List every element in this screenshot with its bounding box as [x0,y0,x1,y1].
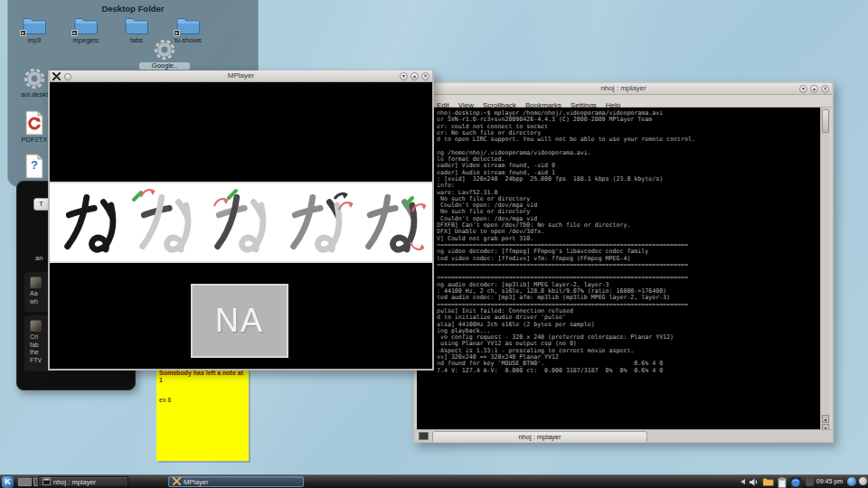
desktop-folder-title: Desktop Folder [8,4,258,14]
folder-icon [124,16,149,36]
stroke-arrow-icon [336,197,354,211]
note-body: ex 8 [159,397,246,403]
panel-cashew-icon[interactable] [859,477,867,485]
desktop-icon-mp3[interactable]: ▸ mp3 [9,16,60,44]
note-title: Somebody has left a note at 1 [159,370,246,384]
terminal-title: nhoj : mplayer [415,84,832,92]
na-overlay-box: NA [191,284,288,358]
terminal-window: nhoj : mplayer ▾ ▴ ✕ EditViewScrollbackB… [413,81,834,443]
hiragana-na-glyph [131,186,200,258]
terminal-line: 7.4 V: 127.4 A-V: 0.000 ct: 0.000 3187/3… [437,368,695,374]
new-tab-button[interactable] [419,432,429,440]
terminal-screen[interactable]: nhoj-desktop:~$ mplayer /home/nhoj/.vide… [417,108,822,433]
minimize-button[interactable]: ▾ [799,85,807,93]
minimize-button[interactable]: ▾ [400,72,408,80]
video-area[interactable] [50,182,432,263]
stroke-arrow-icon [408,240,426,255]
link-emblem-icon: ▸ [174,30,180,36]
stroke-arrow-icon [138,184,156,199]
stroke-arrow-icon [212,193,230,208]
mplayer-window: MPlayer ▾ ▴ ✕ [48,70,434,371]
volume-icon[interactable] [749,477,759,487]
task-button-mplayer[interactable]: MPlayer [168,476,304,487]
maximize-button[interactable]: ▴ [410,72,419,80]
close-button[interactable]: ✕ [821,85,829,93]
clipboard-icon[interactable] [778,477,787,488]
dark-app-header-fragment: an [35,254,42,262]
hiragana-na-glyph [206,186,275,258]
tray-collapse-icon[interactable] [741,479,745,484]
link-emblem-icon: ▸ [20,30,26,36]
avatar [30,320,42,332]
hiragana-na-glyph [357,186,426,258]
hiragana-na-glyph [56,186,125,258]
stroke-arrow-icon [410,199,428,213]
network-globe-icon[interactable] [790,477,801,488]
question-mark-icon: ? [24,158,45,172]
terminal-titlebar[interactable]: nhoj : mplayer ▾ ▴ ✕ [415,83,832,95]
terminal-icon [42,477,51,485]
terminal-output: nhoj-desktop:~$ mplayer /home/nhoj/.vide… [437,110,695,374]
folder-tray-icon[interactable] [762,477,774,487]
scrollbar-thumb[interactable] [822,109,829,133]
terminal-menubar: EditViewScrollbackBookmarksSettingsHelp [415,95,832,108]
desktop-icon-mpegetc[interactable]: ▸ mpegetc [61,16,111,44]
desktop: Desktop Folder ▸ mp3 ▸ mpegetc tabs ▸ tv… [0,0,868,488]
tray-status-icon[interactable] [847,477,856,486]
mplayer-x-icon [173,477,181,485]
desktop-icon-google[interactable]: Google.. [139,38,190,70]
gear-icon [153,38,176,61]
hiragana-na-glyph [282,186,351,258]
terminal-line: ========================================… [437,262,695,268]
na-label: NA [215,302,264,340]
clock: 09:45 pm [816,478,843,484]
terminal-tab[interactable]: nhoj : mplayer [432,431,647,442]
gear-icon [23,67,46,90]
refresh-arrow-icon [26,116,42,132]
taskbar: K nhoj : mplayer MPlayer [0,474,868,488]
terminal-line: : [xvid] 320x240 24bpp 25.000 fps 188.1 … [437,176,695,183]
mplayer-titlebar[interactable]: MPlayer ▾ ▴ ✕ [50,70,432,82]
pager-desktop-1[interactable] [18,478,32,486]
close-button[interactable]: ✕ [421,72,429,80]
task-button-terminal[interactable]: nhoj : mplayer [38,476,128,487]
mplayer-title: MPlayer [50,71,432,80]
terminal-line: d to open LIRC support. You will not be … [437,136,695,143]
maximize-button[interactable]: ▴ [810,85,818,93]
terminal-tabbar: nhoj : mplayer [415,429,832,441]
avatar [30,277,42,288]
link-emblem-icon: ▸ [71,30,78,36]
scroll-up-button[interactable]: ▲ [822,415,829,423]
inactive-tray-icon[interactable] [806,478,814,486]
sticky-note[interactable]: Somebody has left a note at 1 ex 8 [156,365,249,461]
terminal-scrollbar[interactable]: ▲ ▼ [820,108,830,433]
start-menu-button[interactable]: K [2,476,14,488]
